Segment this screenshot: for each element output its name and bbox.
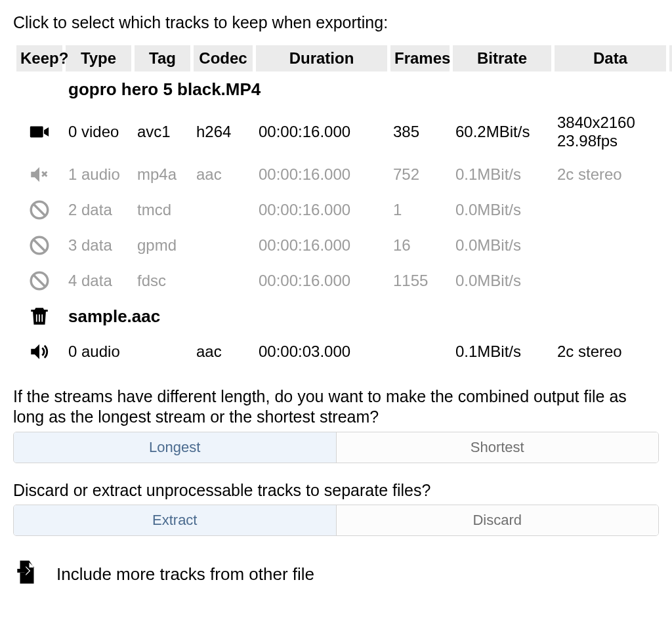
include-more-label: Include more tracks from other file <box>56 564 314 585</box>
file-name: gopro hero 5 black.MP4 <box>66 72 666 107</box>
col-header-info <box>669 45 672 72</box>
col-header-data: Data <box>555 45 666 72</box>
track-tag: tmcd <box>135 192 190 228</box>
col-header-bitrate: Bitrate <box>453 45 551 72</box>
info-button[interactable]: i <box>669 157 672 192</box>
ban-icon[interactable] <box>16 263 62 299</box>
longest-option[interactable]: Longest <box>14 432 336 463</box>
track-bitrate: 0.0MBit/s <box>453 192 551 228</box>
track-codec: aac <box>194 157 253 192</box>
info-button[interactable]: i <box>669 192 672 228</box>
track-bitrate: 0.1MBit/s <box>453 334 551 369</box>
discard-option[interactable]: Discard <box>336 505 659 535</box>
track-type: 1 audio <box>66 157 131 192</box>
col-header-codec: Codec <box>194 45 253 72</box>
file-import-icon <box>13 558 41 590</box>
file-row: sample.aaci <box>16 299 672 334</box>
info-button[interactable]: i <box>669 334 672 369</box>
track-codec <box>194 192 253 228</box>
track-bitrate: 60.2MBit/s <box>453 107 551 157</box>
track-tag <box>135 334 190 369</box>
info-button[interactable]: i <box>669 263 672 299</box>
track-codec <box>194 228 253 263</box>
track-codec: aac <box>194 334 253 369</box>
track-tag: fdsc <box>135 263 190 299</box>
svg-line-5 <box>34 276 45 287</box>
track-data: 2c stereo <box>555 334 666 369</box>
audio-muted-icon[interactable] <box>16 157 62 192</box>
track-bitrate: 0.0MBit/s <box>453 263 551 299</box>
length-segmented: Longest Shortest <box>13 432 659 463</box>
info-button[interactable]: i <box>669 72 672 107</box>
info-button[interactable]: i <box>669 107 672 157</box>
file-name: sample.aac <box>66 299 666 334</box>
col-header-tag: Tag <box>135 45 190 72</box>
track-type: 2 data <box>66 192 131 228</box>
track-duration: 00:00:16.000 <box>256 192 387 228</box>
track-tag: gpmd <box>135 228 190 263</box>
track-data: 3840x216023.98fps <box>555 107 666 157</box>
tracks-table: Keep? Type Tag Codec Duration Frames Bit… <box>13 45 672 369</box>
track-bitrate: 0.0MBit/s <box>453 228 551 263</box>
track-row: 4 datafdsc00:00:16.00011550.0MBit/si <box>16 263 672 299</box>
track-duration: 00:00:16.000 <box>256 263 387 299</box>
ban-icon[interactable] <box>16 228 62 263</box>
track-duration: 00:00:16.000 <box>256 228 387 263</box>
instruction-text: Click to select which tracks to keep whe… <box>13 13 659 32</box>
track-type: 3 data <box>66 228 131 263</box>
track-tag: mp4a <box>135 157 190 192</box>
track-row: 1 audiomp4aaac00:00:16.0007520.1MBit/s2c… <box>16 157 672 192</box>
extract-option[interactable]: Extract <box>14 505 336 535</box>
file-icon-empty <box>16 72 62 107</box>
track-frames: 1 <box>390 192 450 228</box>
track-duration: 00:00:16.000 <box>256 157 387 192</box>
track-bitrate: 0.1MBit/s <box>453 157 551 192</box>
track-frames: 752 <box>390 157 450 192</box>
track-frames: 16 <box>390 228 450 263</box>
track-frames <box>390 334 450 369</box>
track-type: 4 data <box>66 263 131 299</box>
ban-icon[interactable] <box>16 192 62 228</box>
track-data <box>555 228 666 263</box>
track-codec: h264 <box>194 107 253 157</box>
track-tag: avc1 <box>135 107 190 157</box>
length-question: If the streams have different length, do… <box>13 386 659 428</box>
track-type: 0 audio <box>66 334 131 369</box>
discard-question: Discard or extract unprocessable tracks … <box>13 480 659 501</box>
col-header-type: Type <box>66 45 131 72</box>
col-header-frames: Frames <box>390 45 450 72</box>
track-codec <box>194 263 253 299</box>
track-data: 2c stereo <box>555 157 666 192</box>
track-row: 0 audioaac00:00:03.0000.1MBit/s2c stereo… <box>16 334 672 369</box>
svg-line-3 <box>34 240 45 251</box>
col-header-duration: Duration <box>256 45 387 72</box>
track-frames: 385 <box>390 107 450 157</box>
track-row: 2 datatmcd00:00:16.00010.0MBit/si <box>16 192 672 228</box>
track-row: 0 videoavc1h26400:00:16.00038560.2MBit/s… <box>16 107 672 157</box>
track-data <box>555 263 666 299</box>
include-more-button[interactable]: Include more tracks from other file <box>13 558 659 590</box>
video-icon[interactable] <box>16 107 62 157</box>
shortest-option[interactable]: Shortest <box>336 432 659 463</box>
discard-segmented: Extract Discard <box>13 505 659 536</box>
track-row: 3 datagpmd00:00:16.000160.0MBit/si <box>16 228 672 263</box>
track-duration: 00:00:16.000 <box>256 107 387 157</box>
svg-line-1 <box>34 205 45 216</box>
track-frames: 1155 <box>390 263 450 299</box>
info-button[interactable]: i <box>669 299 672 334</box>
track-data <box>555 192 666 228</box>
audio-on-icon[interactable] <box>16 334 62 369</box>
info-button[interactable]: i <box>669 228 672 263</box>
track-type: 0 video <box>66 107 131 157</box>
file-row: gopro hero 5 black.MP4i <box>16 72 672 107</box>
table-header-row: Keep? Type Tag Codec Duration Frames Bit… <box>16 45 672 72</box>
track-duration: 00:00:03.000 <box>256 334 387 369</box>
trash-icon[interactable] <box>16 299 62 334</box>
col-header-keep: Keep? <box>16 45 62 72</box>
